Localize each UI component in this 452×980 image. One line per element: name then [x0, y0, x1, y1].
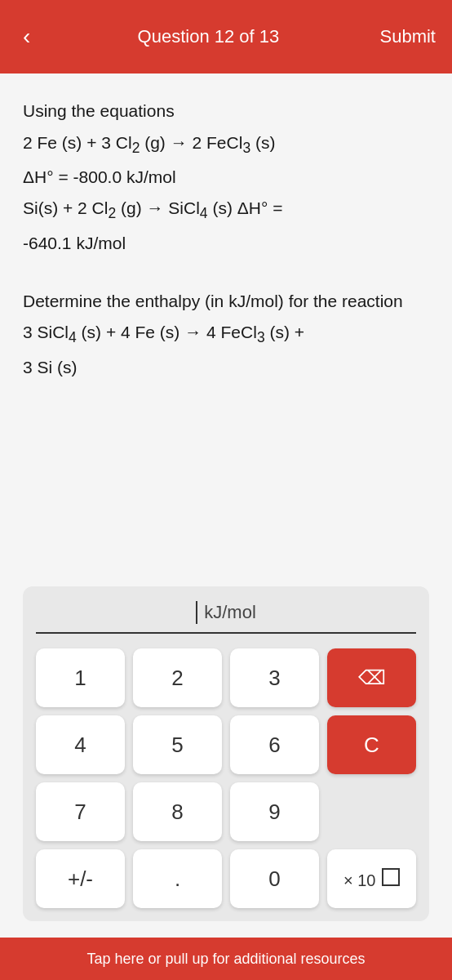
main-content: Using the equations 2 Fe (s) + 3 Cl2 (g)…: [0, 74, 452, 938]
backspace-button[interactable]: ⌫: [327, 648, 416, 707]
backspace-icon: ⌫: [358, 666, 386, 689]
key-0[interactable]: 0: [230, 849, 319, 908]
bottom-bar[interactable]: Tap here or pull up for additional resou…: [0, 938, 452, 980]
answer-unit: kJ/mol: [204, 602, 256, 623]
answer-cursor: [196, 601, 197, 624]
keypad: 1 2 3 ⌫ 4 5 6 C 7 8 9 +/- . 0: [36, 648, 416, 908]
question-task: Determine the enthalpy (in kJ/mol) for t…: [23, 288, 429, 315]
key-x10[interactable]: × 10: [327, 849, 416, 908]
x10-box: [382, 868, 400, 886]
key-6[interactable]: 6: [230, 715, 319, 774]
equation-1: 2 Fe (s) + 3 Cl2 (g) → 2 FeCl3 (s): [23, 130, 429, 159]
equation-2-dh: -640.1 kJ/mol: [23, 230, 429, 257]
key-4[interactable]: 4: [36, 715, 125, 774]
key-2[interactable]: 2: [133, 648, 222, 707]
question-label: Question 12 of 13: [138, 26, 280, 47]
answer-input-row: kJ/mol: [36, 601, 416, 634]
key-decimal[interactable]: .: [133, 849, 222, 908]
empty-cell: [327, 782, 416, 841]
key-5[interactable]: 5: [133, 715, 222, 774]
equation-3b: 3 Si (s): [23, 354, 429, 381]
key-3[interactable]: 3: [230, 648, 319, 707]
key-8[interactable]: 8: [133, 782, 222, 841]
equation-1-dh: ΔH° = -800.0 kJ/mol: [23, 164, 429, 191]
equation-2: Si(s) + 2 Cl2 (g) → SiCl4 (s) ΔH° =: [23, 195, 429, 225]
key-1[interactable]: 1: [36, 648, 125, 707]
key-sign[interactable]: +/-: [36, 849, 125, 908]
screen: ‹ Question 12 of 13 Submit Using the equ…: [0, 0, 452, 980]
key-7[interactable]: 7: [36, 782, 125, 841]
clear-button[interactable]: C: [327, 715, 416, 774]
top-bar: ‹ Question 12 of 13 Submit: [0, 0, 452, 74]
back-button[interactable]: ‹: [16, 17, 37, 56]
answer-area: kJ/mol 1 2 3 ⌫ 4 5 6 C 7 8 9: [23, 586, 429, 921]
question-body: Using the equations 2 Fe (s) + 3 Cl2 (g)…: [23, 98, 429, 385]
question-intro: Using the equations: [23, 98, 429, 125]
equation-3: 3 SiCl4 (s) + 4 Fe (s) → 4 FeCl3 (s) +: [23, 319, 429, 349]
x10-label: × 10: [343, 868, 400, 890]
bottom-bar-label: Tap here or pull up for additional resou…: [86, 951, 365, 968]
submit-button[interactable]: Submit: [380, 26, 436, 47]
key-9[interactable]: 9: [230, 782, 319, 841]
